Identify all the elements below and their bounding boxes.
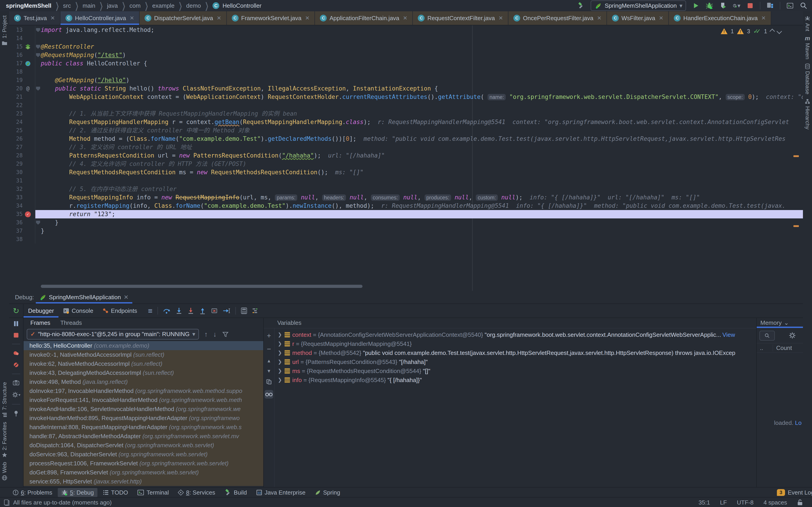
stop-button[interactable] [13,333,19,338]
tool-windows-icon[interactable] [766,2,774,9]
stack-frame-row[interactable]: invokeAndHandle:106, ServletInvocableHan… [23,404,263,413]
variable-row[interactable]: ❯ms = {RequestMethodsRequestCondition@55… [274,367,756,376]
tool-strip-item[interactable]: Ant [803,15,812,31]
stack-frame-row[interactable]: handle:87, AbstractHandlerMethodAdapter … [23,432,263,441]
code-line[interactable]: 17public class HelloController { [9,59,803,68]
pin-tab-icon[interactable] [13,410,19,417]
inspections-widget[interactable]: !1 !3 ✓✓1 [721,27,781,35]
tab-threads[interactable]: Threads [60,319,82,326]
code-line[interactable]: 37} [9,227,803,235]
search-everywhere-icon[interactable] [800,2,807,9]
stack-frame-row[interactable]: invokeHandlerMethod:895, RequestMappingH… [23,413,263,422]
close-icon[interactable]: ✕ [305,15,309,21]
tool-window-button-todo[interactable]: TODO [99,488,132,497]
stack-frame-row[interactable]: invoke0:-1, NativeMethodAccessorImpl (su… [23,350,263,359]
code-line[interactable]: 14 [9,34,803,43]
line-number[interactable]: 37 [9,227,23,235]
fold-marker-icon[interactable] [36,28,40,32]
debug-session-tab[interactable]: SpringMemShellApplication ✕ [36,291,132,303]
line-number[interactable]: 32 [9,185,23,193]
close-icon[interactable]: ✕ [130,15,134,21]
editor-tab[interactable]: CHandlerExecutionChain.java✕ [669,11,771,25]
horizontal-scrollbar[interactable] [41,285,362,288]
tool-strip-item[interactable]: Hierarchy [803,99,812,129]
line-number[interactable]: 27 [9,143,23,152]
code-line[interactable]: 15@RestController [9,43,803,51]
error-stripe-mark[interactable] [794,225,799,227]
code-line[interactable]: 30 RequestMethodsRequestCondition ms = n… [9,168,803,176]
step-into-button[interactable] [175,307,183,314]
expander-chevron-icon[interactable]: ❯ [278,367,282,376]
breadcrumb-item[interactable]: demo [186,2,201,9]
close-icon[interactable]: ✕ [217,15,221,21]
line-number[interactable]: 20 [9,84,23,93]
error-stripe-mark[interactable] [794,155,799,157]
view-link[interactable]: View [722,331,735,338]
line-number[interactable]: 31 [9,176,23,185]
evaluate-expression-button[interactable] [241,307,247,314]
run-config-selector[interactable]: SpringMemShellApplication▾ [591,0,686,11]
run-to-cursor-button[interactable] [223,307,231,314]
event-log-label[interactable]: Event Log [788,489,812,496]
breadcrumb-item[interactable]: main [83,2,95,9]
stack-frame-row[interactable]: invoke:498, Method (java.lang.reflect) [23,377,263,386]
stack-frame-row[interactable]: service:655, HttpServlet (javax.servlet.… [23,477,263,486]
status-widget[interactable]: UTF-8 [737,499,754,506]
layout-settings-button[interactable] [252,308,259,314]
code-line[interactable]: 34 r.registerMapping(info, Class.forName… [9,202,803,210]
tool-strip-item[interactable]: 1: Project [0,15,9,46]
filter-funnel-icon[interactable] [222,331,229,338]
line-number[interactable]: 13 [9,26,23,34]
tool-strip-item[interactable]: 7: Structure [0,382,9,418]
breadcrumb-item[interactable]: com [130,2,141,9]
step-over-button[interactable] [163,307,170,314]
stack-frame-row[interactable]: doDispatch:1064, DispatcherServlet (org.… [23,441,263,450]
variable-row[interactable]: ❯url = {PatternsRequestCondition@5543} "… [274,357,756,367]
code-line[interactable]: 20@ public static String hello() throws … [9,84,803,93]
breakpoint-icon[interactable]: ✓ [25,211,31,217]
line-number[interactable]: 33 [9,193,23,202]
code-line[interactable]: 16@RequestMapping("/test") [9,51,803,59]
tool-window-button-debug[interactable]: 5: Debug [58,488,98,497]
copy-icon[interactable] [266,379,272,385]
code-line[interactable]: 22 [9,101,803,110]
stack-frame-row[interactable]: invoke:43, DelegatingMethodAccessorImpl … [23,368,263,377]
tool-window-button-spring[interactable]: Spring [311,488,344,497]
breadcrumb[interactable]: springMemShell❭src❭main❭java❭com❭example… [0,2,261,9]
close-icon[interactable]: ✕ [498,15,503,21]
lock-icon[interactable] [797,499,803,506]
expander-chevron-icon[interactable]: ❯ [278,339,282,348]
line-number[interactable]: 36 [9,218,23,227]
editor-tab[interactable]: CDispatcherServlet.java✕ [140,11,226,25]
code-line[interactable]: 19 @GetMapping("/hello") [9,76,803,84]
code-line[interactable]: 32 // 5. 在内存中动态注册 controller [9,185,803,193]
view-breakpoints-button[interactable] [13,350,19,356]
variable-row[interactable]: ❯method = {Method@5542} "public void com… [274,348,756,357]
fold-marker-icon[interactable] [36,53,40,57]
code-line[interactable]: 18 [9,68,803,76]
tool-strip-item[interactable]: mMaven [803,35,812,59]
remove-watch-button[interactable]: − [267,345,271,353]
stack-frame-row[interactable]: invoke:62, NativeMethodAccessorImpl (sun… [23,359,263,368]
status-widget[interactable]: 35:1 [699,499,710,506]
editor-tab[interactable]: CFrameworkServlet.java✕ [227,11,315,25]
code-line[interactable]: 31 [9,176,803,185]
tab-debugger[interactable]: Debugger [23,304,58,318]
line-number[interactable]: 23 [9,110,23,118]
drop-frame-button[interactable] [211,307,218,314]
gear-icon[interactable] [789,332,796,339]
thread-dump-camera-icon[interactable] [13,380,19,386]
build-hammer-icon[interactable] [577,2,585,9]
force-step-into-button[interactable] [187,307,194,314]
line-number[interactable]: 29 [9,160,23,168]
line-number[interactable]: 34 [9,202,23,210]
code-line[interactable]: 26 Method method = (Class.forName("com.e… [9,135,803,143]
breadcrumb-item[interactable]: src [63,2,71,9]
fold-marker-icon[interactable] [36,221,40,225]
line-number[interactable]: 26 [9,135,23,143]
load-classes-link[interactable]: Lo [795,419,802,426]
close-icon[interactable]: ✕ [761,15,766,21]
close-icon[interactable]: ✕ [403,15,407,21]
tool-window-button-javaee[interactable]: EEJava Enterprise [252,488,309,497]
stack-frame-row[interactable]: doService:963, DispatcherServlet (org.sp… [23,450,263,459]
